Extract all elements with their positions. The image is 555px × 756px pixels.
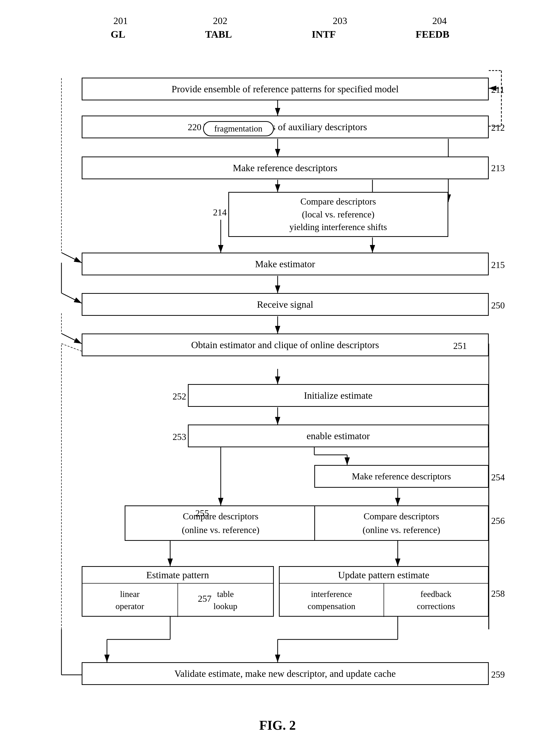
ref-258: 258 bbox=[491, 588, 505, 599]
box-211: Provide ensemble of reference patterns f… bbox=[82, 78, 489, 100]
svg-line-19 bbox=[61, 293, 82, 303]
box-213: Make reference descriptors bbox=[82, 157, 489, 179]
ref-257: 257 bbox=[198, 593, 212, 604]
box-257-linear: linearoperator bbox=[82, 584, 178, 617]
box-220: fragmentation bbox=[203, 121, 274, 136]
svg-line-22 bbox=[61, 333, 82, 344]
box-251: Obtain estimator and clique of online de… bbox=[82, 333, 489, 356]
col-label-1: GL bbox=[111, 28, 125, 40]
col-num-2: 202 bbox=[213, 15, 227, 26]
box-254: Make reference descriptors bbox=[314, 465, 489, 488]
box-259: Validate estimate, make new descriptor, … bbox=[82, 662, 489, 685]
ref-252: 252 bbox=[173, 391, 186, 402]
svg-line-17 bbox=[61, 253, 82, 263]
ref-211: 211 bbox=[491, 84, 505, 95]
box-257-title: Estimate pattern bbox=[82, 567, 273, 584]
ref-220: 220 bbox=[188, 122, 202, 132]
col-label-2: TABL bbox=[205, 28, 232, 40]
ref-256: 256 bbox=[491, 516, 505, 526]
box-258-title: Update pattern estimate bbox=[280, 567, 488, 584]
box-256-l2: (online vs. reference) bbox=[362, 523, 440, 537]
ref-250: 250 bbox=[491, 300, 505, 311]
ref-215: 215 bbox=[491, 260, 505, 270]
box-255-l1: Compare descriptors bbox=[182, 509, 259, 523]
page: 201 202 203 204 GL TABL INTF FEEDB bbox=[0, 0, 555, 756]
ref-255: 255 bbox=[196, 508, 209, 519]
box-212: Provide generators of auxiliary descript… bbox=[82, 116, 489, 138]
box-214-line2: (local vs. reference) bbox=[290, 208, 387, 221]
box-214: Compare descriptors (local vs. reference… bbox=[228, 192, 448, 237]
diagram: Provide ensemble of reference patterns f… bbox=[31, 45, 524, 703]
box-214-line1: Compare descriptors bbox=[290, 195, 387, 208]
col-num-1: 201 bbox=[113, 15, 128, 26]
ref-212: 212 bbox=[491, 122, 505, 133]
ref-254: 254 bbox=[491, 472, 505, 483]
col-label-4: FEEDB bbox=[416, 28, 449, 40]
box-258-subcols: interferencecompensation feedbackcorrect… bbox=[280, 584, 488, 617]
ref-214: 214 bbox=[213, 207, 227, 218]
box-258-interference: interferencecompensation bbox=[280, 584, 384, 617]
box-257-table: tablelookup bbox=[178, 584, 273, 617]
col-num-4: 204 bbox=[432, 15, 447, 26]
box-253: enable estimator bbox=[188, 425, 489, 447]
box-255-l2: (online vs. reference) bbox=[182, 523, 259, 537]
box-258-outer: Update pattern estimate interferencecomp… bbox=[279, 566, 489, 617]
ref-213: 213 bbox=[491, 163, 505, 173]
box-214-line3: yielding interference shifts bbox=[290, 221, 387, 233]
box-255: Compare descriptors (online vs. referenc… bbox=[125, 505, 317, 541]
col-label-3: INTF bbox=[312, 28, 336, 40]
ref-253: 253 bbox=[173, 432, 186, 442]
ref-259: 259 bbox=[491, 669, 505, 680]
box-257-outer: Estimate pattern linearoperator tableloo… bbox=[82, 566, 274, 617]
box-256: Compare descriptors (online vs. referenc… bbox=[314, 505, 489, 541]
svg-line-46 bbox=[61, 344, 82, 351]
fig-caption: FIG. 2 bbox=[20, 718, 535, 733]
box-215: Make estimator bbox=[82, 253, 489, 275]
box-257-subcols: linearoperator tablelookup bbox=[82, 584, 273, 617]
box-256-l1: Compare descriptors bbox=[362, 509, 440, 523]
box-258-feedback: feedbackcorrections bbox=[384, 584, 488, 617]
col-num-3: 203 bbox=[333, 15, 347, 26]
box-252: Initialize estimate bbox=[188, 384, 489, 407]
ref-251: 251 bbox=[453, 341, 467, 351]
box-250: Receive signal bbox=[82, 293, 489, 316]
